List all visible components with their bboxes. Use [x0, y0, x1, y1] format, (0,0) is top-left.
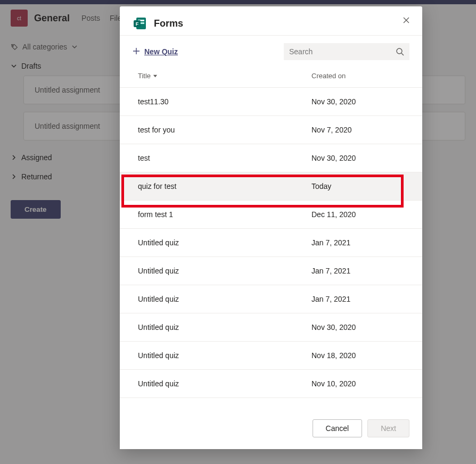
form-row[interactable]: Untitled quizJan 7, 2021 [120, 257, 422, 285]
modal-toolbar: New Quiz [120, 36, 422, 64]
form-row-created: Jan 7, 2021 [311, 295, 350, 303]
form-row-created: Jan 7, 2021 [311, 267, 350, 275]
search-input[interactable] [284, 43, 409, 60]
form-row-created: Nov 18, 2020 [311, 351, 356, 360]
form-row-created: Nov 10, 2020 [311, 379, 356, 388]
svg-text:F: F [136, 21, 139, 27]
form-row-title: Untitled quiz [138, 295, 311, 303]
form-row-title: Untitled quiz [138, 238, 311, 247]
form-row-title: test [138, 154, 311, 162]
form-row-created: Nov 30, 2020 [311, 323, 356, 332]
form-row-created: Nov 30, 2020 [311, 97, 356, 106]
forms-icon: F [133, 16, 147, 31]
form-row-title: Untitled quiz [138, 323, 311, 332]
forms-modal: F Forms New Quiz Title C [120, 6, 422, 449]
form-row[interactable]: quiz for testToday [120, 172, 422, 201]
new-quiz-label: New Quiz [144, 47, 178, 56]
forms-list[interactable]: test11.30Nov 30, 2020test for youNov 7, … [120, 88, 422, 412]
search-box [284, 43, 409, 60]
modal-title: Forms [154, 18, 183, 29]
form-row-title: Untitled quiz [138, 267, 311, 275]
form-row-title: form test 1 [138, 210, 311, 219]
list-header: Title Created on [120, 64, 422, 88]
next-button[interactable]: Next [367, 419, 409, 437]
form-row[interactable]: testNov 30, 2020 [120, 144, 422, 172]
form-row-title: Untitled quiz [138, 351, 311, 360]
svg-point-6 [397, 48, 402, 54]
form-row-title: test for you [138, 126, 311, 134]
form-row-title: quiz for test [138, 182, 311, 190]
form-row[interactable]: Untitled quizJan 7, 2021 [120, 285, 422, 313]
new-quiz-link[interactable]: New Quiz [133, 47, 178, 56]
form-row-created: Nov 30, 2020 [311, 154, 356, 162]
form-row[interactable]: test11.30Nov 30, 2020 [120, 88, 422, 116]
form-row-title: test11.30 [138, 97, 311, 106]
form-row[interactable]: Untitled quizJan 7, 2021 [120, 229, 422, 257]
form-row[interactable]: form test 1Dec 11, 2020 [120, 201, 422, 229]
modal-header: F Forms [120, 6, 422, 36]
form-row-created: Jan 7, 2021 [311, 238, 350, 247]
form-row[interactable]: test for youNov 7, 2020 [120, 116, 422, 144]
form-row[interactable]: Untitled quizNov 30, 2020 [120, 313, 422, 342]
cancel-button[interactable]: Cancel [313, 419, 363, 437]
form-row-created: Nov 7, 2020 [311, 126, 352, 134]
app-topbar [0, 0, 476, 4]
sort-desc-icon [153, 72, 158, 80]
form-row-created: Dec 11, 2020 [311, 210, 356, 219]
column-header-created[interactable]: Created on [311, 72, 346, 80]
close-button[interactable] [400, 14, 413, 27]
modal-footer: Cancel Next [120, 412, 422, 449]
form-row[interactable]: Untitled quizNov 18, 2020 [120, 342, 422, 370]
column-title-label: Title [138, 72, 151, 80]
form-row[interactable]: Untitled quizNov 10, 2020 [120, 370, 422, 398]
plus-icon [133, 47, 140, 56]
form-row-title: Untitled quiz [138, 379, 311, 388]
column-header-title[interactable]: Title [138, 72, 311, 80]
search-icon [396, 47, 404, 56]
form-row-created: Today [311, 182, 331, 190]
